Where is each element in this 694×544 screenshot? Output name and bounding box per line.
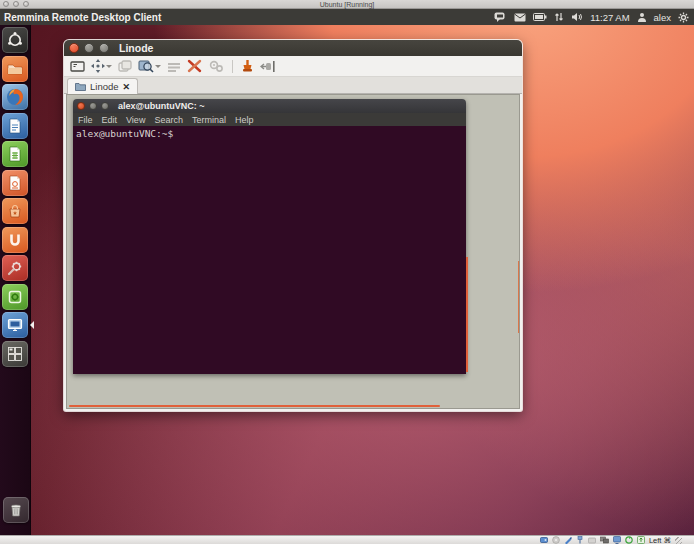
fullscreen-dropdown-caret[interactable] [106, 65, 112, 68]
network-icon[interactable] [600, 536, 609, 544]
host-key-indicator: Left ⌘ [649, 536, 671, 544]
menu-search[interactable]: Search [154, 115, 183, 125]
tab-linode[interactable]: Linode ✕ [67, 78, 138, 94]
disconnect-button[interactable] [260, 60, 276, 73]
clock[interactable]: 11:27 AM [590, 12, 629, 23]
ubuntu-one-icon[interactable] [2, 227, 28, 253]
remote-paint-artifact [69, 405, 440, 407]
minimize-button[interactable] [84, 43, 94, 53]
remmina-tabbar: Linode ✕ [64, 77, 522, 94]
host-window-titlebar: Ubuntu [Running] [0, 0, 694, 9]
remote-paint-artifact [466, 257, 468, 372]
virtualbox-statusbar: Left ⌘ [0, 535, 694, 544]
app-menu-title[interactable]: Remmina Remote Desktop Client [0, 12, 161, 23]
switch-tab-pages-button[interactable] [118, 60, 132, 73]
remmina-toolbar [64, 56, 522, 77]
sound-icon[interactable] [571, 12, 583, 22]
dash-home-icon[interactable] [2, 27, 28, 53]
resize-window-button[interactable] [70, 60, 85, 73]
shell-prompt: alex@ubuntuVNC:~$ [73, 126, 466, 139]
menu-file[interactable]: File [78, 115, 93, 125]
package-manager-icon[interactable] [2, 284, 28, 310]
ubuntu-top-panel: Remmina Remote Desktop Client 11:27 AM a… [0, 9, 694, 25]
preferences-gears-button[interactable] [208, 59, 224, 73]
resize-grip [675, 537, 682, 544]
toolbar-separator [232, 60, 233, 73]
user-menu[interactable]: alex [654, 12, 671, 23]
display-icon[interactable] [613, 536, 621, 544]
window-title: Linode [119, 42, 153, 54]
focused-indicator-arrow [30, 321, 34, 329]
hard-disk-icon[interactable] [540, 536, 548, 544]
libreoffice-impress-icon[interactable] [2, 170, 28, 196]
terminal-minimize-button[interactable] [89, 102, 97, 110]
menu-view[interactable]: View [126, 115, 145, 125]
mail-icon[interactable] [514, 13, 526, 22]
network-traffic-icon[interactable] [554, 12, 564, 22]
grab-keyboard-button[interactable] [167, 61, 181, 72]
remote-desktop-view: alex@ubuntuVNC: ~ File Edit View Search … [66, 94, 520, 409]
session-gear-icon[interactable] [678, 12, 689, 23]
menu-edit[interactable]: Edit [102, 115, 118, 125]
toggle-fullscreen-button[interactable] [91, 59, 112, 73]
remmina-icon[interactable] [2, 312, 28, 338]
maximize-button[interactable] [99, 43, 109, 53]
software-center-icon[interactable] [2, 198, 28, 224]
menu-terminal[interactable]: Terminal [192, 115, 226, 125]
terminal-title: alex@ubuntuVNC: ~ [118, 101, 205, 111]
libreoffice-writer-icon[interactable] [2, 113, 28, 139]
remmina-window: Linode Linode ✕ alex@ubuntuVNC: ~ [64, 40, 522, 411]
remote-paint-artifact [518, 261, 520, 333]
scaled-dropdown-caret[interactable] [155, 65, 161, 68]
terminal-close-button[interactable] [77, 102, 85, 110]
shared-folders-icon[interactable] [588, 536, 596, 544]
indicator-area: 11:27 AM alex [494, 12, 694, 23]
close-button[interactable] [69, 43, 79, 53]
auto-resize-icon[interactable] [637, 536, 645, 544]
user-icon[interactable] [637, 12, 647, 22]
menu-help[interactable]: Help [235, 115, 254, 125]
trash-icon[interactable] [3, 497, 29, 523]
messaging-icon[interactable] [494, 12, 507, 23]
battery-icon[interactable] [533, 13, 547, 21]
home-folder-icon[interactable] [2, 56, 28, 82]
host-window-title: Ubuntu [Running] [0, 0, 694, 9]
remmina-titlebar[interactable]: Linode [64, 40, 522, 56]
tools-button[interactable] [187, 59, 202, 73]
terminal-titlebar[interactable]: alex@ubuntuVNC: ~ [73, 99, 466, 113]
unity-launcher [0, 25, 31, 535]
workspace-switcher-icon[interactable] [2, 341, 28, 367]
terminal-maximize-button[interactable] [101, 102, 109, 110]
terminal-menubar: File Edit View Search Terminal Help [73, 113, 466, 126]
libreoffice-calc-icon[interactable] [2, 141, 28, 167]
serial-port-icon[interactable] [564, 536, 572, 544]
system-settings-icon[interactable] [2, 255, 28, 281]
usb-icon[interactable] [576, 536, 584, 544]
terminal-body[interactable]: alex@ubuntuVNC:~$ [73, 126, 466, 374]
features-icon[interactable] [625, 536, 633, 544]
terminal-window: alex@ubuntuVNC: ~ File Edit View Search … [73, 99, 466, 374]
tab-connection-icon [75, 82, 86, 91]
optical-drive-icon[interactable] [552, 536, 560, 544]
firefox-icon[interactable] [2, 84, 28, 110]
tab-close-icon[interactable]: ✕ [123, 82, 131, 92]
toggle-scaled-mode-button[interactable] [138, 59, 161, 73]
minimize-remote-button[interactable] [241, 59, 254, 73]
tab-label: Linode [90, 81, 119, 92]
